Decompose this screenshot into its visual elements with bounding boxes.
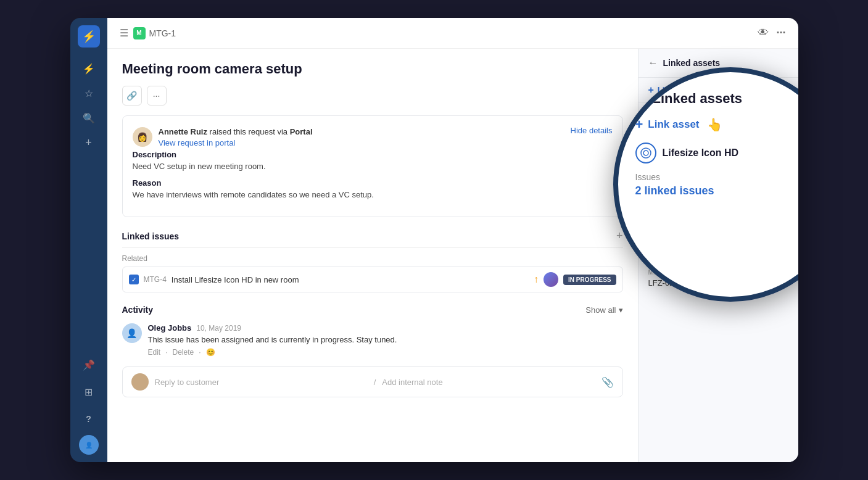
issue-title: Install Lifesize Icon HD in new room xyxy=(172,275,529,284)
breadcrumb: M MTG-1 xyxy=(133,27,176,39)
activity-section: Activity Show all ▾ 👤 Oleg Jobbs 10, May… xyxy=(122,305,623,397)
breadcrumb-type-icon: M xyxy=(136,30,141,36)
emoji-button[interactable]: 😊 xyxy=(206,348,215,357)
reply-avatar xyxy=(131,373,149,391)
reason-section: Reason We have interviews with remote ca… xyxy=(133,178,613,199)
comment-body: Oleg Jobbs 10, May 2019 This issue has b… xyxy=(148,323,397,357)
reply-separator: / xyxy=(374,378,376,387)
show-all-label: Show all xyxy=(585,305,616,315)
add-issue-button[interactable]: + xyxy=(616,230,623,242)
linked-issues-header: Linked issues + xyxy=(122,230,623,248)
activity-header: Activity Show all ▾ xyxy=(122,305,623,315)
grid-icon: ⊞ xyxy=(85,386,93,398)
back-button[interactable]: ← xyxy=(648,57,658,68)
sidebar-item-help[interactable]: ? xyxy=(78,408,100,430)
linked-issues-section: Linked issues + Related ✓ MTG-4 Install … xyxy=(122,230,623,292)
top-bar: ☰ M MTG-1 👁 ··· xyxy=(107,18,798,49)
sidebar-item-grid[interactable]: ⊞ xyxy=(78,381,100,403)
zoom-issues-label: Issues xyxy=(635,172,798,182)
zoom-link-label: Link asset xyxy=(648,118,699,131)
description-text: Need VC setup in new meeting room. xyxy=(133,162,613,171)
request-box: 👩 Annette Ruiz raised this request via P… xyxy=(122,115,623,217)
zoom-header: ← Linked assets xyxy=(635,91,798,107)
more-actions-button[interactable]: ··· xyxy=(147,86,167,106)
top-bar-actions: 👁 ··· xyxy=(758,27,785,39)
zoom-cursor-icon: 👆 xyxy=(707,117,722,132)
reason-label: Reason xyxy=(133,178,613,188)
zoom-asset-name: Lifesize Icon HD xyxy=(663,147,739,159)
more-options-icon[interactable]: ··· xyxy=(776,27,785,39)
link-asset-plus-icon: + xyxy=(648,85,654,96)
reply-to-customer-button[interactable]: Reply to customer xyxy=(155,378,368,387)
user-avatar[interactable]: 👤 xyxy=(79,435,99,455)
sidebar-item-pin[interactable]: 📌 xyxy=(78,354,100,376)
zoom-asset-icon xyxy=(635,143,656,163)
zoom-title: Linked assets xyxy=(653,91,743,107)
description-label: Description xyxy=(133,150,613,159)
sidebar-item-star[interactable]: ☆ xyxy=(78,82,100,104)
linked-issues-title: Linked issues xyxy=(122,231,180,241)
pin-icon: 📌 xyxy=(83,359,95,371)
ticket-actions: 🔗 ··· xyxy=(122,86,623,106)
portal-link[interactable]: View request in portal xyxy=(159,138,313,147)
zoom-asset-row: Lifesize Icon HD xyxy=(635,143,798,163)
sidebar: ⚡ ⚡ ☆ 🔍 + 📌 ⊞ ? 👤 xyxy=(70,18,107,462)
comment-author: Oleg Jobbs xyxy=(148,323,192,333)
comment-action-sep2: · xyxy=(199,348,200,357)
issue-id: MTG-4 xyxy=(144,275,167,284)
add-internal-note-button[interactable]: Add internal note xyxy=(382,378,595,387)
breadcrumb-icon: M xyxy=(133,27,146,39)
watch-icon[interactable]: 👁 xyxy=(758,27,769,39)
sidebar-item-add[interactable]: + xyxy=(78,131,100,154)
requester-channel: Portal xyxy=(290,127,313,136)
request-header: 👩 Annette Ruiz raised this request via P… xyxy=(133,126,613,147)
comment-row: 👤 Oleg Jobbs 10, May 2019 This issue has… xyxy=(122,323,623,357)
reply-box[interactable]: Reply to customer / Add internal note 📎 xyxy=(122,366,623,397)
zoom-issues-value[interactable]: 2 linked issues xyxy=(635,184,714,197)
comment-date: 10, May 2019 xyxy=(196,324,241,333)
zoom-issues-section: Issues 2 linked issues xyxy=(635,172,798,197)
ticket-title: Meeting room camera setup xyxy=(122,61,623,77)
zoom-plus-icon: + xyxy=(635,117,643,133)
chevron-down-icon: ▾ xyxy=(619,305,623,315)
comment-meta: Oleg Jobbs 10, May 2019 xyxy=(148,323,397,333)
requester-name: Annette Ruiz xyxy=(159,127,207,136)
sidebar-item-bolt[interactable]: ⚡ xyxy=(78,57,100,80)
svg-point-3 xyxy=(643,151,648,155)
sidebar-logo: ⚡ xyxy=(78,25,100,48)
search-icon: 🔍 xyxy=(83,112,95,124)
bolt-nav-icon: ⚡ xyxy=(83,63,95,75)
help-icon: ? xyxy=(86,414,91,424)
commenter-avatar: 👤 xyxy=(122,323,142,343)
delete-comment-button[interactable]: Delete xyxy=(173,348,194,357)
issue-row[interactable]: ✓ MTG-4 Install Lifesize Icon HD in new … xyxy=(122,267,623,292)
edit-comment-button[interactable]: Edit xyxy=(148,348,161,357)
panel-title: Linked assets xyxy=(663,58,721,68)
description-section: Description Need VC setup in new meeting… xyxy=(133,150,613,171)
show-all-button[interactable]: Show all ▾ xyxy=(585,305,622,315)
link-button[interactable]: 🔗 xyxy=(122,86,142,106)
star-icon: ☆ xyxy=(85,88,93,99)
reason-text: We have interviews with remote candidate… xyxy=(133,190,613,199)
sidebar-item-search[interactable]: 🔍 xyxy=(78,107,100,129)
more-icon: ··· xyxy=(153,91,160,101)
issue-assignee-avatar xyxy=(544,272,558,287)
comment-actions: Edit · Delete · 😊 xyxy=(148,348,397,357)
requester-text: Annette Ruiz raised this request via Por… xyxy=(159,127,313,136)
svg-point-2 xyxy=(641,148,651,158)
priority-icon: ↑ xyxy=(534,274,539,285)
related-label: Related xyxy=(122,254,623,263)
ticket-main: Meeting room camera setup 🔗 ··· 👩 xyxy=(107,49,638,462)
menu-icon[interactable]: ☰ xyxy=(120,27,128,39)
attach-icon[interactable]: 📎 xyxy=(601,376,614,388)
comment-action-sep1: · xyxy=(165,348,167,357)
comment-text: This issue has been assigned and is curr… xyxy=(148,335,397,344)
issue-checkbox: ✓ xyxy=(129,275,139,284)
breadcrumb-id: MTG-1 xyxy=(149,28,176,38)
requester-avatar: 👩 xyxy=(133,127,152,147)
hide-details-button[interactable]: Hide details xyxy=(571,126,613,135)
link-icon: 🔗 xyxy=(126,91,137,101)
requester-info: 👩 Annette Ruiz raised this request via P… xyxy=(133,126,313,147)
zoom-link-asset-button[interactable]: + Link asset 👆 xyxy=(635,117,798,133)
plus-icon: + xyxy=(85,136,92,149)
